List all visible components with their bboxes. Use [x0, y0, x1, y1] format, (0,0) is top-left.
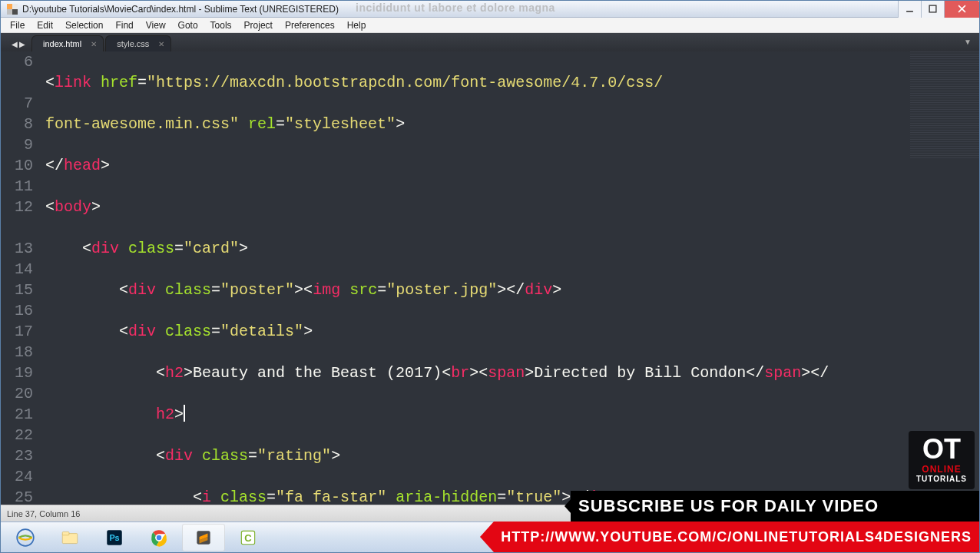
url-text: HTTP://WWW.YOUTUBE.COM/C/ONLINETUTORIALS…: [501, 529, 972, 545]
text-cursor: [184, 405, 185, 422]
status-cursor-pos: Line 37, Column 16: [7, 509, 80, 518]
menu-help[interactable]: Help: [341, 20, 372, 31]
tab-close-icon[interactable]: ✕: [91, 40, 97, 48]
tab-overflow-icon[interactable]: ▼: [964, 38, 972, 46]
tab-nav-left-icon[interactable]: ◀: [12, 40, 18, 48]
code-editor[interactable]: 6 789101112 13141516171819202122232425 <…: [1, 51, 979, 535]
app-icon: [7, 4, 18, 15]
tab-index-html[interactable]: index.html ✕: [31, 35, 104, 51]
badge-tutorials: TUTORIALS: [909, 475, 975, 483]
tab-close-icon[interactable]: ✕: [158, 40, 164, 48]
chrome-icon[interactable]: [137, 524, 180, 551]
menu-project[interactable]: Project: [238, 20, 279, 31]
subscribe-banner: SUBSCRIBE US FOR DAILY VIDEO: [571, 491, 979, 522]
tab-style-css[interactable]: style.css ✕: [105, 35, 171, 51]
line-gutter: 6 789101112 13141516171819202122232425: [1, 51, 44, 535]
subscribe-text: SUBSCRIBE US FOR DAILY VIDEO: [578, 496, 879, 515]
ghost-text: incididunt ut labore et dolore magna: [356, 2, 555, 14]
window-close-button[interactable]: [944, 1, 979, 18]
svg-rect-7: [62, 531, 69, 535]
svg-rect-1: [929, 5, 936, 12]
photoshop-icon[interactable]: Ps: [93, 524, 136, 551]
menu-goto[interactable]: Goto: [172, 20, 204, 31]
svg-text:C: C: [244, 531, 252, 543]
menu-file[interactable]: File: [4, 20, 31, 31]
menu-selection[interactable]: Selection: [59, 20, 109, 31]
menu-find[interactable]: Find: [109, 20, 139, 31]
tab-label: index.html: [43, 39, 81, 48]
window-maximize-button[interactable]: [921, 1, 944, 18]
explorer-icon[interactable]: [48, 524, 91, 551]
channel-badge: OT ONLINE TUTORIALS: [909, 431, 975, 489]
menu-edit[interactable]: Edit: [31, 20, 59, 31]
menu-preferences[interactable]: Preferences: [279, 20, 341, 31]
tab-nav-right-icon[interactable]: ▶: [19, 40, 25, 48]
tab-label: style.css: [117, 39, 149, 48]
camtasia-icon[interactable]: C: [227, 524, 270, 551]
menu-tools[interactable]: Tools: [204, 20, 238, 31]
menu-view[interactable]: View: [140, 20, 172, 31]
minimap[interactable]: [910, 51, 979, 159]
badge-online: ONLINE: [909, 465, 975, 474]
sublime-icon[interactable]: [182, 524, 225, 551]
badge-ot: OT: [909, 435, 975, 463]
tab-bar: ◀ ▶ index.html ✕ style.css ✕ ▼: [1, 33, 979, 51]
window-minimize-button[interactable]: [898, 1, 921, 18]
sublime-window: incididunt ut labore et dolore magna D:\…: [0, 0, 980, 553]
menu-bar: File Edit Selection Find View Goto Tools…: [1, 18, 979, 33]
svg-text:Ps: Ps: [109, 533, 119, 542]
start-button[interactable]: [4, 524, 47, 551]
url-banner: HTTP://WWW.YOUTUBE.COM/C/ONLINETUTORIALS…: [494, 522, 979, 552]
window-title: D:\youtube Tutorials\MovieCard\index.htm…: [22, 4, 339, 15]
code-content[interactable]: <link href="https://maxcdn.bootstrapcdn.…: [44, 51, 979, 535]
